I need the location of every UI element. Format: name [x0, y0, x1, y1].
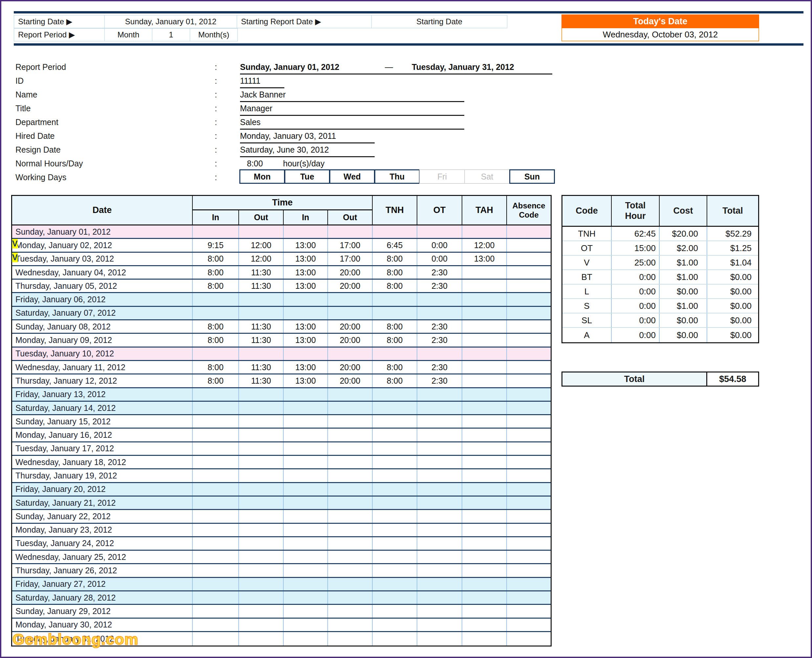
time-out1-cell[interactable]	[239, 348, 284, 360]
time-out1-cell[interactable]	[239, 564, 284, 577]
time-in2-cell[interactable]	[284, 619, 328, 631]
cost-cell[interactable]: $0.00	[660, 328, 707, 342]
working-day-toggle[interactable]: Sat	[464, 169, 510, 184]
time-out1-cell[interactable]: 12:00	[239, 239, 284, 251]
report-period-start[interactable]: Sunday, January 01, 2012	[240, 63, 339, 72]
time-out1-cell[interactable]	[239, 388, 284, 401]
time-out2-cell[interactable]: 20:00	[328, 374, 373, 387]
time-in1-cell[interactable]	[193, 469, 239, 482]
time-in1-cell[interactable]	[193, 415, 239, 428]
time-in2-cell[interactable]	[284, 456, 328, 468]
working-day-toggle[interactable]: Mon	[239, 169, 285, 184]
time-out1-cell[interactable]	[239, 415, 284, 428]
time-out1-cell[interactable]	[239, 469, 284, 482]
time-in2-cell[interactable]	[284, 307, 328, 319]
absence-code-cell[interactable]: V	[11, 253, 18, 262]
time-in2-cell[interactable]	[284, 537, 328, 550]
working-day-toggle[interactable]: Fri	[419, 169, 465, 184]
time-in1-cell[interactable]: 8:00	[193, 334, 239, 346]
time-out2-cell[interactable]	[328, 402, 373, 414]
time-in2-cell[interactable]	[284, 605, 328, 617]
time-out1-cell[interactable]	[239, 429, 284, 441]
time-out2-cell[interactable]: 20:00	[328, 266, 373, 279]
time-out2-cell[interactable]	[328, 619, 373, 631]
time-in2-cell[interactable]	[284, 578, 328, 591]
cost-cell[interactable]: $1.00	[660, 255, 707, 269]
time-in1-cell[interactable]	[193, 348, 239, 360]
time-out2-cell[interactable]	[328, 578, 373, 591]
working-day-toggle[interactable]: Tue	[284, 169, 330, 184]
report-period-count-cell[interactable]: 1	[152, 28, 190, 41]
cost-cell[interactable]: $2.00	[660, 241, 707, 255]
time-out1-cell[interactable]	[239, 578, 284, 591]
time-out2-cell[interactable]	[328, 226, 373, 238]
time-in2-cell[interactable]: 13:00	[284, 253, 328, 265]
time-in1-cell[interactable]	[193, 307, 239, 319]
cost-cell[interactable]: $1.00	[660, 270, 707, 284]
working-day-toggle[interactable]: Sun	[509, 169, 555, 184]
cost-cell[interactable]: $20.00	[660, 227, 707, 241]
time-out2-cell[interactable]	[328, 510, 373, 522]
starting-date-value-cell[interactable]: Sunday, January 01, 2012	[104, 15, 237, 28]
time-in1-cell[interactable]: 9:15	[193, 239, 239, 251]
time-out1-cell[interactable]	[239, 524, 284, 536]
time-out2-cell[interactable]	[328, 348, 373, 360]
time-in2-cell[interactable]: 13:00	[284, 280, 328, 292]
time-out2-cell[interactable]	[328, 564, 373, 577]
time-out1-cell[interactable]	[239, 591, 284, 604]
time-in2-cell[interactable]	[284, 551, 328, 563]
cost-cell[interactable]: $1.00	[660, 299, 707, 313]
time-out2-cell[interactable]	[328, 537, 373, 550]
time-out1-cell[interactable]	[239, 497, 284, 509]
time-in2-cell[interactable]	[284, 591, 328, 604]
time-in2-cell[interactable]	[284, 226, 328, 238]
time-out2-cell[interactable]: 20:00	[328, 320, 373, 333]
time-out2-cell[interactable]	[328, 483, 373, 495]
time-out1-cell[interactable]	[239, 483, 284, 495]
time-out2-cell[interactable]	[328, 429, 373, 441]
time-in2-cell[interactable]	[284, 442, 328, 455]
report-period-unit-cell[interactable]: Month	[104, 28, 152, 41]
time-in1-cell[interactable]	[193, 497, 239, 509]
time-out2-cell[interactable]	[328, 591, 373, 604]
time-in1-cell[interactable]	[193, 226, 239, 238]
time-in1-cell[interactable]: 8:00	[193, 374, 239, 387]
time-out2-cell[interactable]	[328, 524, 373, 536]
time-out2-cell[interactable]	[328, 388, 373, 401]
time-in1-cell[interactable]	[193, 442, 239, 455]
time-in1-cell[interactable]: 8:00	[193, 266, 239, 279]
time-in1-cell[interactable]	[193, 402, 239, 414]
time-in1-cell[interactable]	[193, 429, 239, 441]
name-value[interactable]: Jack Banner	[240, 90, 286, 99]
time-out2-cell[interactable]	[328, 497, 373, 509]
time-out1-cell[interactable]	[239, 456, 284, 468]
time-out1-cell[interactable]: 11:30	[239, 266, 284, 279]
time-out1-cell[interactable]: 11:30	[239, 320, 284, 333]
time-out2-cell[interactable]	[328, 415, 373, 428]
time-in1-cell[interactable]	[193, 510, 239, 522]
time-out2-cell[interactable]	[328, 632, 373, 645]
time-in1-cell[interactable]	[193, 564, 239, 577]
time-in2-cell[interactable]	[284, 348, 328, 360]
time-in1-cell[interactable]: 8:00	[193, 253, 239, 265]
time-out1-cell[interactable]: 11:30	[239, 374, 284, 387]
cost-cell[interactable]: $0.00	[660, 313, 707, 327]
time-out1-cell[interactable]	[239, 632, 284, 645]
time-in2-cell[interactable]	[284, 632, 328, 645]
resign-date-value[interactable]: Saturday, June 30, 2012	[240, 145, 329, 155]
time-in2-cell[interactable]: 13:00	[284, 320, 328, 333]
time-in1-cell[interactable]: 8:00	[193, 320, 239, 333]
absence-code-cell[interactable]: V	[11, 239, 18, 248]
time-in2-cell[interactable]	[284, 402, 328, 414]
time-out1-cell[interactable]	[239, 510, 284, 522]
hired-date-value[interactable]: Monday, January 03, 2011	[240, 131, 336, 141]
time-out2-cell[interactable]	[328, 293, 373, 306]
time-in2-cell[interactable]	[284, 415, 328, 428]
working-day-toggle[interactable]: Thu	[374, 169, 420, 184]
report-period-end[interactable]: Tuesday, January 31, 2012	[412, 63, 514, 72]
id-value[interactable]: 11111	[240, 76, 261, 86]
time-in1-cell[interactable]	[193, 551, 239, 563]
time-out2-cell[interactable]	[328, 307, 373, 319]
time-in2-cell[interactable]	[284, 497, 328, 509]
time-in1-cell[interactable]	[193, 456, 239, 468]
